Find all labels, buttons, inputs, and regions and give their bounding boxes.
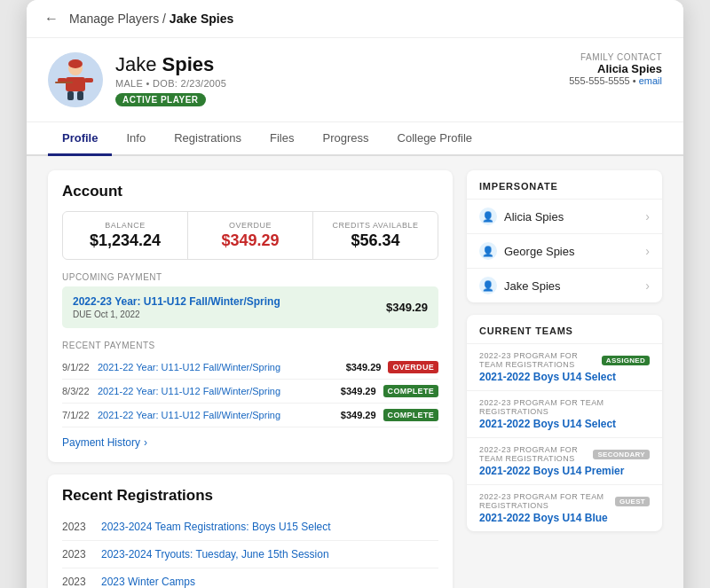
user-icon-alicia: 👤: [479, 208, 497, 225]
impersonate-jake[interactable]: 👤 Jake Spies ›: [467, 268, 662, 302]
tab-registrations[interactable]: Registrations: [160, 122, 256, 156]
payment-row-3: 7/1/22 2021-22 Year: U11-U12 Fall/Winter…: [62, 404, 438, 427]
overdue-item: OVERDUE $349.29: [188, 212, 313, 259]
registrations-title: Recent Registrations: [62, 487, 438, 505]
svg-rect-8: [77, 91, 83, 100]
reg-row-3: 2023 2023 Winter Camps: [62, 568, 438, 588]
player-header: Jake Spies MALE • DOB: 2/23/2005 ACTIVE …: [27, 38, 683, 122]
tabs-bar: Profile Info Registrations Files Progres…: [27, 122, 683, 156]
upcoming-label: UPCOMING PAYMENT: [62, 272, 438, 282]
badge-assigned: ASSIGNED: [602, 356, 650, 365]
team-item-4: 2022-23 PROGRAM FOR TEAM REGISTRATIONS G…: [467, 484, 662, 531]
credits-value: $56.34: [324, 231, 427, 250]
impersonate-section: IMPERSONATE 👤 Alicia Spies › 👤 George Sp…: [467, 170, 662, 302]
svg-rect-3: [66, 77, 85, 91]
current-teams-header: CURRENT TEAMS: [467, 315, 662, 343]
main-column: Account BALANCE $1,234.24 OVERDUE $349.2…: [48, 170, 453, 588]
upcoming-payment-details: 2022-23 Year: U11-U12 Fall/Winter/Spring…: [73, 295, 280, 319]
side-column: IMPERSONATE 👤 Alicia Spies › 👤 George Sp…: [467, 170, 662, 588]
recent-payments-label: RECENT PAYMENTS: [62, 341, 438, 350]
reg-row-1: 2023 2023-2024 Team Registrations: Boys …: [62, 514, 438, 541]
tab-profile[interactable]: Profile: [48, 122, 112, 156]
content-area: Account BALANCE $1,234.24 OVERDUE $349.2…: [27, 156, 683, 588]
family-email-link[interactable]: email: [639, 75, 662, 86]
reg-row-2: 2023 2023-2024 Tryouts: Tuesday, June 15…: [62, 541, 438, 568]
balance-row: BALANCE $1,234.24 OVERDUE $349.29 CREDIT…: [62, 211, 438, 260]
chevron-icon: ›: [645, 209, 650, 223]
back-button[interactable]: ←: [44, 11, 59, 27]
title-bar: ← Manage Players / Jake Spies: [27, 0, 683, 38]
upcoming-payment: 2022-23 Year: U11-U12 Fall/Winter/Spring…: [62, 286, 438, 328]
impersonate-alicia[interactable]: 👤 Alicia Spies ›: [467, 199, 662, 233]
team-item-2: 2022-23 PROGRAM FOR TEAM REGISTRATIONS 2…: [467, 390, 662, 437]
balance-value: $1,234.24: [74, 231, 177, 250]
svg-rect-7: [67, 91, 74, 100]
registrations-card-body: Recent Registrations 2023 2023-2024 Team…: [48, 474, 453, 588]
impersonate-header: IMPERSONATE: [467, 170, 662, 199]
tab-college-profile[interactable]: College Profile: [383, 122, 487, 156]
svg-rect-5: [84, 78, 93, 82]
player-name: Jake Spies: [115, 53, 226, 76]
upcoming-due-date: DUE Oct 1, 2022: [73, 310, 280, 319]
registrations-card: Recent Registrations 2023 2023-2024 Team…: [48, 474, 453, 588]
payment-row-2: 8/3/22 2021-22 Year: U11-U12 Fall/Winter…: [62, 380, 438, 404]
status-badge-complete-1: COMPLETE: [383, 385, 438, 397]
payment-row-1: 9/1/22 2021-22 Year: U11-U12 Fall/Winter…: [62, 356, 438, 380]
balance-item: BALANCE $1,234.24: [63, 212, 188, 259]
chevron-icon-2: ›: [645, 244, 650, 258]
status-badge-overdue: OVERDUE: [388, 361, 438, 373]
tab-progress[interactable]: Progress: [308, 122, 383, 156]
team-item-1: 2022-23 PROGRAM FOR TEAM REGISTRATIONS A…: [467, 343, 662, 390]
player-info: Jake Spies MALE • DOB: 2/23/2005 ACTIVE …: [115, 53, 226, 106]
account-card: Account BALANCE $1,234.24 OVERDUE $349.2…: [48, 170, 453, 462]
player-meta: MALE • DOB: 2/23/2005: [115, 78, 226, 89]
chevron-icon-3: ›: [645, 278, 650, 293]
badge-guest: GUEST: [615, 497, 650, 506]
account-card-body: Account BALANCE $1,234.24 OVERDUE $349.2…: [48, 170, 453, 462]
team-item-3: 2022-23 PROGRAM FOR TEAM REGISTRATIONS S…: [467, 437, 662, 484]
user-icon-george: 👤: [479, 242, 497, 260]
credits-item: CREDITS AVAILABLE $56.34: [313, 212, 438, 259]
impersonate-george[interactable]: 👤 George Spies ›: [467, 233, 662, 268]
current-teams-section: CURRENT TEAMS 2022-23 PROGRAM FOR TEAM R…: [467, 315, 662, 531]
upcoming-payment-name: 2022-23 Year: U11-U12 Fall/Winter/Spring: [73, 295, 280, 308]
upcoming-amount: $349.29: [386, 301, 428, 314]
tab-info[interactable]: Info: [112, 122, 160, 156]
payment-history-link[interactable]: Payment History ›: [62, 436, 147, 449]
status-badge-complete-2: COMPLETE: [383, 409, 438, 421]
overdue-value: $349.29: [199, 231, 302, 250]
avatar: [48, 52, 103, 107]
user-icon-jake: 👤: [479, 277, 497, 294]
active-badge: ACTIVE PLAYER: [115, 93, 206, 106]
badge-secondary: SECONDARY: [593, 450, 650, 459]
svg-rect-6: [55, 82, 73, 83]
family-contact: FAMILY CONTACT Alicia Spies 555-555-5555…: [569, 52, 662, 86]
svg-point-2: [68, 59, 83, 68]
tab-files[interactable]: Files: [256, 122, 308, 156]
account-title: Account: [62, 183, 438, 200]
main-window: ← Manage Players / Jake Spies: [27, 0, 683, 588]
breadcrumb: Manage Players / Jake Spies: [69, 12, 233, 26]
